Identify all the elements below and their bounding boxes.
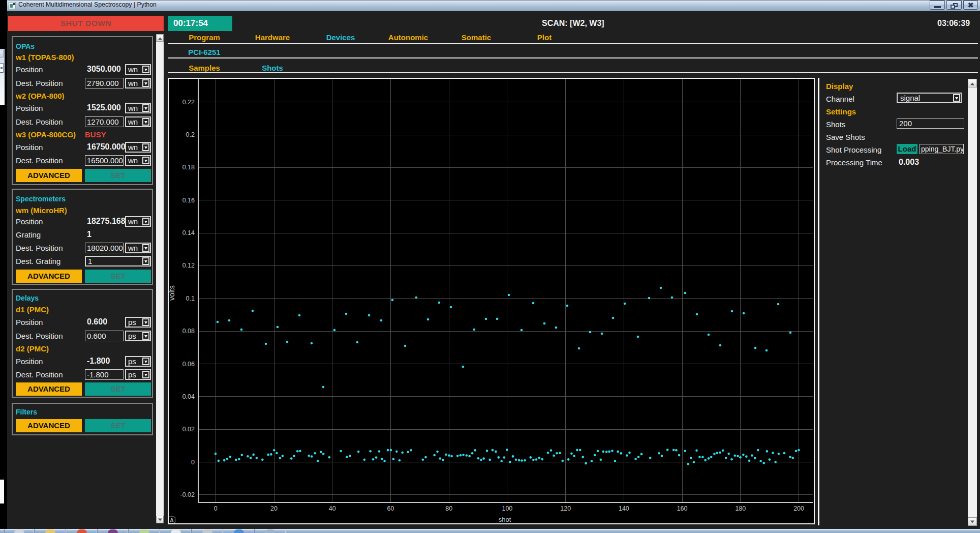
svg-text:0: 0 (214, 505, 218, 512)
svg-text:0.1: 0.1 (186, 295, 195, 302)
svg-text:0.22: 0.22 (182, 99, 195, 106)
svg-text:0.14: 0.14 (182, 229, 195, 236)
svg-text:100: 100 (502, 505, 512, 512)
svg-text:140: 140 (619, 505, 629, 512)
svg-text:120: 120 (560, 505, 571, 512)
svg-text:0: 0 (191, 459, 195, 466)
svg-text:-0.02: -0.02 (180, 491, 195, 498)
svg-text:0.18: 0.18 (182, 164, 195, 171)
svg-text:60: 60 (387, 505, 394, 512)
svg-text:shot: shot (499, 516, 511, 523)
svg-text:0.02: 0.02 (182, 426, 195, 433)
svg-text:volts: volts (168, 285, 176, 301)
svg-text:0.12: 0.12 (182, 262, 195, 269)
svg-text:0.06: 0.06 (182, 361, 195, 368)
svg-text:180: 180 (735, 505, 746, 512)
svg-text:20: 20 (270, 505, 278, 512)
svg-text:0.04: 0.04 (182, 393, 195, 400)
svg-text:A: A (170, 517, 174, 523)
svg-text:80: 80 (445, 505, 452, 512)
svg-text:160: 160 (677, 505, 688, 512)
svg-text:40: 40 (329, 505, 336, 512)
svg-text:0.2: 0.2 (186, 131, 195, 138)
svg-text:0.08: 0.08 (182, 328, 195, 335)
svg-text:200: 200 (793, 505, 804, 512)
svg-text:0.16: 0.16 (182, 197, 195, 204)
